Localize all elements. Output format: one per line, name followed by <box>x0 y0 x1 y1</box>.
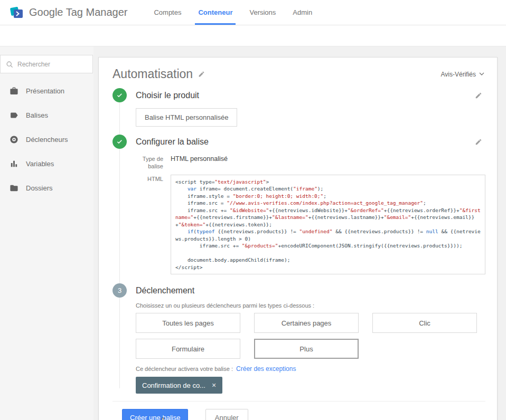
create-exceptions-link[interactable]: Créer des exceptions <box>236 365 296 373</box>
step-trigger: 3 Déclenchement Choisissez un ou plusieu… <box>113 284 485 394</box>
step2-title: Configurer la balise <box>136 135 209 148</box>
selected-trigger-chip[interactable]: Confirmation de co... × <box>136 377 222 394</box>
trigger-more[interactable]: Plus <box>254 339 359 359</box>
html-field-label: HTML <box>136 175 163 275</box>
page-title: Automatisation <box>113 67 193 81</box>
step3-number-badge: 3 <box>113 283 127 298</box>
trigger-icon <box>9 135 18 144</box>
tag-icon <box>9 110 18 120</box>
chevron-down-icon <box>479 72 484 76</box>
sidebar-item-dossiers[interactable]: Dossiers <box>0 176 93 200</box>
trigger-instruction: Choisissez un ou plusieurs déclencheurs … <box>136 302 485 309</box>
nav-tab-conteneur[interactable]: Conteneur <box>190 0 241 25</box>
sidebar-item-label: Présentation <box>26 87 64 95</box>
nav-tab-versions[interactable]: Versions <box>241 0 284 25</box>
steps-list: Choisir le produit Balise HTML personnal… <box>113 89 485 394</box>
content-area: Présentation Balises Déclencheurs Variab… <box>0 46 506 420</box>
step1-title: Choisir le produit <box>136 89 199 102</box>
selected-product-box[interactable]: Balise HTML personnalisée <box>136 108 237 127</box>
trigger-form[interactable]: Formulaire <box>136 339 240 359</box>
overview-icon <box>9 86 18 96</box>
chip-label: Confirmation de co... <box>142 381 205 389</box>
sidebar-item-label: Variables <box>26 160 54 168</box>
container-selector[interactable]: Avis-Vérifiés <box>441 71 485 78</box>
nav-tab-comptes[interactable]: Comptes <box>145 0 190 25</box>
close-icon[interactable]: × <box>212 381 216 389</box>
sidebar-menu: Présentation Balises Déclencheurs Variab… <box>0 79 93 200</box>
sidebar-item-balises[interactable]: Balises <box>0 103 93 127</box>
trigger-click[interactable]: Clic <box>372 313 477 333</box>
cancel-button[interactable]: Annuler <box>205 409 248 420</box>
step1-complete-icon <box>113 88 127 102</box>
sidebar: Présentation Balises Déclencheurs Variab… <box>0 46 93 420</box>
nav-tab-admin[interactable]: Admin <box>284 0 321 25</box>
sidebar-item-presentation[interactable]: Présentation <box>0 79 93 103</box>
step3-title: Déclenchement <box>136 284 194 297</box>
secondary-toolbar <box>0 25 506 46</box>
tag-type-label: Type de balise <box>136 155 163 170</box>
primary-nav: Comptes Conteneur Versions Admin <box>145 0 321 25</box>
trigger-all-pages[interactable]: Toutes les pages <box>136 313 240 333</box>
app-title: Google Tag Manager <box>29 6 127 18</box>
step-configure-tag: Configurer la balise Type de balise HTML… <box>113 135 485 274</box>
fire-label: Ce déclencheur activera votre balise : <box>136 366 233 372</box>
folder-icon <box>9 183 18 193</box>
tag-editor-card: Automatisation Avis-Vérifiés Choisir le … <box>98 57 498 420</box>
sidebar-item-variables[interactable]: Variables <box>0 151 93 176</box>
gtm-logo-icon <box>10 6 24 20</box>
step2-edit-icon[interactable] <box>475 138 482 146</box>
create-tag-button[interactable]: Créer une balise <box>122 409 188 420</box>
sidebar-item-label: Dossiers <box>26 184 53 192</box>
step1-edit-icon[interactable] <box>475 92 482 99</box>
sidebar-item-label: Déclencheurs <box>26 136 68 144</box>
html-code-box: <script type="text/javascript"> var ifra… <box>171 175 485 275</box>
gtm-logo[interactable]: Google Tag Manager <box>0 0 127 25</box>
trigger-some-pages[interactable]: Certaines pages <box>254 313 359 333</box>
trigger-options: Toutes les pages Certaines pages Clic Fo… <box>136 313 485 359</box>
search-input[interactable] <box>17 61 87 68</box>
card-footer: Créer une balise Annuler <box>113 401 485 420</box>
top-app-bar: Google Tag Manager Comptes Conteneur Ver… <box>0 0 506 25</box>
step2-complete-icon <box>113 135 127 149</box>
container-selector-label: Avis-Vérifiés <box>441 71 476 78</box>
search-icon <box>6 61 13 68</box>
tag-type-value: HTML personnalisé <box>171 155 228 170</box>
sidebar-search[interactable] <box>0 55 93 73</box>
sidebar-item-label: Balises <box>26 111 48 119</box>
variables-icon <box>9 159 18 168</box>
card-header: Automatisation Avis-Vérifiés <box>113 67 485 81</box>
sidebar-item-declencheurs[interactable]: Déclencheurs <box>0 127 93 151</box>
step-choose-product: Choisir le produit Balise HTML personnal… <box>113 89 485 127</box>
edit-title-icon[interactable] <box>198 71 205 78</box>
